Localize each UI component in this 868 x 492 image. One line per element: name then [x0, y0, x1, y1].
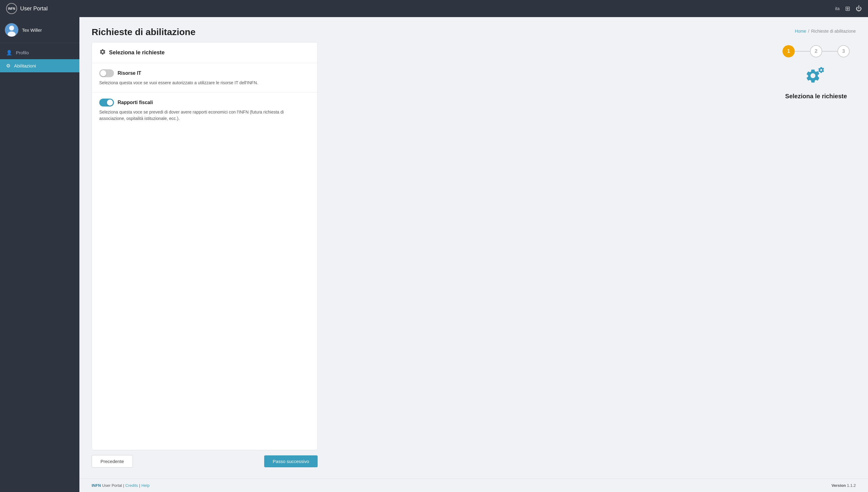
sidebar-item-profilo[interactable]: 👤 Profilo	[0, 46, 79, 59]
sidebar: Tex Willer 👤 Profilo ⚙ Abilitazioni	[0, 17, 79, 492]
step-3: 3	[838, 45, 850, 57]
step-current-label: Seleziona le richieste	[785, 93, 847, 100]
footer-help-link[interactable]: Help	[141, 483, 150, 488]
content-body: Seleziona le richieste Risorse IT	[79, 42, 868, 478]
step-panel: 1 2 3	[776, 42, 856, 472]
avatar	[5, 23, 18, 36]
risorse-it-knob	[100, 70, 106, 76]
risorse-it-toggle[interactable]	[99, 69, 114, 77]
user-name: Tex Willer	[22, 27, 42, 33]
portal-title: User Portal	[20, 5, 48, 12]
action-buttons: Precedente Passo successivo	[92, 450, 318, 472]
breadcrumb: Home / Richieste di abilitazione	[795, 29, 856, 33]
breadcrumb-home[interactable]: Home	[795, 29, 806, 33]
step-line-2	[822, 51, 838, 52]
rapporti-fiscali-row: Rapporti fiscali Seleziona questa voce s…	[92, 93, 317, 128]
step-2: 2	[810, 45, 822, 57]
rapporti-fiscali-label-row: Rapporti fiscali	[99, 99, 310, 106]
footer-credits-link[interactable]: Credits	[125, 483, 138, 488]
sidebar-item-abilitazioni[interactable]: ⚙ Abilitazioni	[0, 59, 79, 72]
breadcrumb-separator: /	[808, 29, 810, 33]
footer-left: INFN User Portal | Credits | Help	[92, 483, 150, 488]
grid-icon[interactable]: ⊞	[845, 5, 850, 12]
rapporti-fiscali-description: Seleziona questa voce se prevedi di dove…	[99, 109, 310, 122]
sidebar-item-abilitazioni-label: Abilitazioni	[14, 63, 36, 68]
breadcrumb-current: Richieste di abilitazione	[811, 29, 856, 33]
risorse-it-label-row: Risorse IT	[99, 69, 310, 77]
step-track: 1 2 3	[782, 45, 850, 57]
language-selector[interactable]: ita	[835, 6, 840, 11]
footer: INFN User Portal | Credits | Help Versio…	[79, 478, 868, 492]
footer-infn: INFN	[92, 483, 101, 488]
page-title: Richieste di abilitazione	[92, 27, 195, 37]
step-icon-area: Seleziona le richieste	[785, 67, 847, 100]
user-info: Tex Willer	[0, 17, 79, 43]
risorse-it-row: Risorse IT Seleziona questa voce se vuoi…	[92, 63, 317, 93]
sidebar-item-profilo-label: Profilo	[16, 50, 29, 55]
profilo-icon: 👤	[6, 50, 12, 55]
abilitazioni-icon: ⚙	[6, 63, 10, 69]
footer-right: Version 1.1.2	[831, 483, 856, 488]
infn-logo: INFN	[6, 3, 17, 14]
footer-version-label: Version	[831, 483, 846, 488]
rapporti-fiscali-label: Rapporti fiscali	[118, 100, 153, 105]
prev-button[interactable]: Precedente	[92, 455, 133, 468]
top-bar: INFN User Portal ita ⊞ ⏻	[0, 0, 868, 17]
form-area: Seleziona le richieste Risorse IT	[92, 42, 764, 472]
header-gear-icon	[99, 49, 106, 57]
rapporti-fiscali-toggle[interactable]	[99, 99, 114, 106]
form-card-title: Seleziona le richieste	[109, 49, 165, 56]
top-bar-right: ita ⊞ ⏻	[835, 5, 862, 12]
step-line-1	[795, 51, 810, 52]
content-header: Richieste di abilitazione Home / Richies…	[79, 17, 868, 42]
next-button[interactable]: Passo successivo	[264, 456, 318, 467]
risorse-it-description: Seleziona questa voce se vuoi essere aut…	[99, 80, 310, 86]
step-1: 1	[782, 45, 795, 57]
nav-menu: 👤 Profilo ⚙ Abilitazioni	[0, 43, 79, 75]
risorse-it-label: Risorse IT	[118, 71, 141, 76]
form-card: Seleziona le richieste Risorse IT	[92, 42, 318, 450]
page-title-area: Richieste di abilitazione	[92, 27, 195, 37]
rapporti-fiscali-knob	[107, 99, 113, 106]
svg-point-1	[9, 26, 14, 30]
footer-sep: |	[139, 483, 140, 488]
form-card-header: Seleziona le richieste	[92, 43, 317, 63]
main-layout: Tex Willer 👤 Profilo ⚙ Abilitazioni Rich…	[0, 17, 868, 492]
power-icon[interactable]: ⏻	[856, 5, 862, 12]
top-bar-left: INFN User Portal	[6, 3, 48, 14]
footer-text: User Portal |	[102, 483, 124, 488]
step-gear-cluster	[804, 67, 828, 88]
content-area: Richieste di abilitazione Home / Richies…	[79, 17, 868, 492]
